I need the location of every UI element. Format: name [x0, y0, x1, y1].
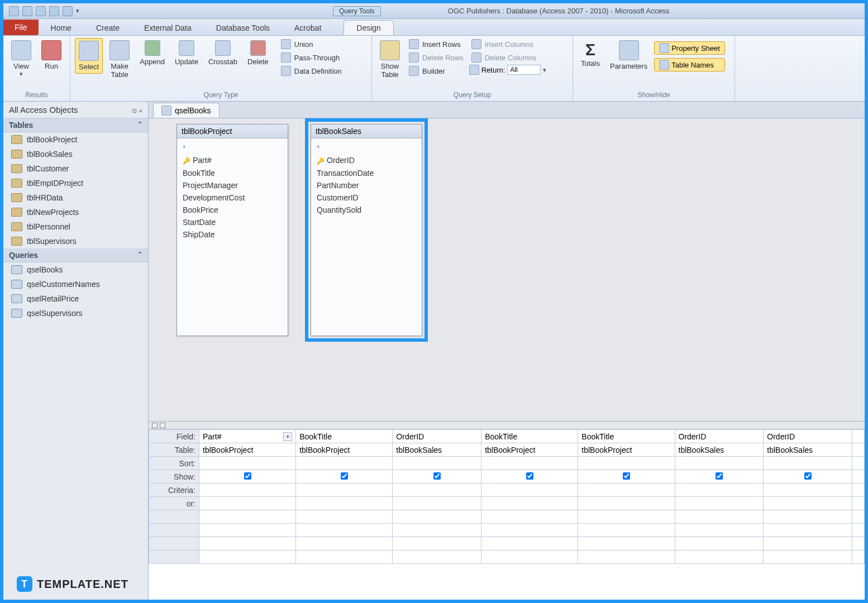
table-box-bookproject[interactable]: tblBookProject * Part# BookTitleProjectM… — [177, 124, 288, 336]
grid-cell[interactable] — [764, 497, 852, 510]
grid-cell[interactable] — [393, 470, 481, 484]
grid-cell[interactable] — [393, 484, 481, 497]
table-field[interactable]: StartDate — [183, 216, 282, 228]
grid-cell[interactable] — [764, 510, 852, 524]
grid-cell[interactable] — [296, 470, 393, 484]
table-field[interactable]: PartNumber — [317, 179, 416, 192]
table-field[interactable]: TransactionDate — [317, 167, 416, 179]
grid-cell[interactable]: Part#▾ — [199, 430, 296, 443]
table-field[interactable]: CustomerID — [317, 192, 416, 204]
grid-cell[interactable] — [578, 457, 675, 470]
nav-query-item[interactable]: qselCustomerNames — [3, 277, 148, 291]
delete-query-button[interactable]: Delete — [244, 38, 272, 68]
builder-button[interactable]: Builder — [407, 65, 466, 77]
grid-cell[interactable] — [199, 484, 296, 497]
grid-cell[interactable] — [481, 457, 578, 470]
grid-cell[interactable] — [393, 510, 481, 524]
grid-cell[interactable] — [675, 484, 764, 497]
table-field[interactable]: ShipDate — [183, 228, 282, 241]
table-names-toggle[interactable]: Table Names — [654, 58, 725, 71]
grid-cell[interactable] — [296, 484, 393, 497]
return-input[interactable] — [507, 65, 541, 75]
nav-filter-icon[interactable]: ⊙ — [132, 107, 137, 114]
nav-queries-header[interactable]: Queries⌃ — [3, 248, 148, 262]
grid-cell[interactable] — [764, 457, 852, 470]
tab-database-tools[interactable]: Database Tools — [204, 21, 282, 35]
nav-table-item[interactable]: tblBookSales — [3, 147, 148, 161]
run-button[interactable]: Run — [38, 38, 65, 73]
nav-table-item[interactable]: tblHRData — [3, 190, 148, 205]
insert-rows-button[interactable]: Insert Rows — [407, 38, 466, 50]
qat-redo-icon[interactable] — [36, 6, 46, 16]
grid-cell[interactable] — [481, 524, 578, 537]
grid-cell[interactable] — [578, 537, 675, 551]
nav-table-item[interactable]: tblNewProjects — [3, 205, 148, 219]
table-field[interactable]: ProjectManager — [183, 179, 282, 192]
show-checkbox[interactable] — [623, 472, 630, 480]
grid-cell[interactable] — [764, 470, 852, 484]
insert-columns-button[interactable]: Insert Columns — [469, 38, 547, 50]
grid-cell[interactable] — [578, 551, 675, 564]
totals-button[interactable]: ΣTotals — [578, 38, 603, 70]
grid-cell[interactable] — [199, 457, 296, 470]
grid-cell[interactable] — [578, 484, 675, 497]
crosstab-button[interactable]: Crosstab — [205, 38, 241, 68]
nav-header[interactable]: All Access Objects ⊙ « — [3, 102, 148, 118]
pk-field[interactable]: Part# — [183, 154, 282, 167]
grid-cell[interactable] — [481, 510, 578, 524]
show-checkbox[interactable] — [526, 472, 533, 480]
table-field[interactable]: QuantitySold — [317, 204, 416, 216]
grid-cell[interactable] — [578, 524, 675, 537]
qat-undo-icon[interactable] — [22, 6, 32, 16]
tab-acrobat[interactable]: Acrobat — [282, 21, 333, 35]
nav-collapse-icon[interactable]: « — [139, 107, 142, 114]
grid-cell[interactable] — [675, 470, 764, 484]
grid-cell[interactable] — [481, 484, 578, 497]
tab-home[interactable]: Home — [39, 21, 84, 35]
grid-cell[interactable]: OrderID — [675, 430, 764, 443]
grid-cell[interactable] — [199, 551, 296, 564]
grid-cell[interactable] — [296, 497, 393, 510]
union-button[interactable]: Union — [279, 38, 344, 50]
scroll-left-icon[interactable] — [152, 423, 158, 428]
select-query-button[interactable]: Select — [75, 38, 103, 74]
delete-columns-button[interactable]: Delete Columns — [469, 51, 547, 64]
grid-cell[interactable] — [393, 537, 481, 551]
view-button[interactable]: View▾ — [8, 38, 35, 80]
update-button[interactable]: Update — [171, 38, 202, 68]
grid-cell[interactable] — [199, 510, 296, 524]
tab-file[interactable]: File — [3, 20, 39, 35]
grid-cell[interactable]: OrderID — [764, 430, 852, 443]
delete-rows-button[interactable]: Delete Rows — [407, 51, 466, 64]
passthrough-button[interactable]: Pass-Through — [279, 51, 344, 64]
grid-cell[interactable]: tblBookProject — [199, 443, 296, 457]
nav-table-item[interactable]: tblCustomer — [3, 161, 148, 176]
doc-tab-qselbooks[interactable]: qselBooks — [153, 103, 220, 118]
make-table-button[interactable]: Make Table — [106, 38, 133, 81]
grid-cell[interactable]: tblBookProject — [578, 443, 675, 457]
qat-icon[interactable] — [63, 6, 73, 16]
nav-table-item[interactable]: tblPersonnel — [3, 219, 148, 234]
grid-cell[interactable] — [199, 524, 296, 537]
grid-cell[interactable] — [764, 524, 852, 537]
show-checkbox[interactable] — [433, 472, 441, 480]
grid-cell[interactable]: OrderID — [393, 430, 481, 443]
grid-cell[interactable] — [675, 457, 764, 470]
grid-cell[interactable]: BookTitle — [296, 430, 393, 443]
grid-cell[interactable] — [296, 551, 393, 564]
table-field[interactable]: BookTitle — [183, 167, 282, 179]
pk-field[interactable]: OrderID — [317, 154, 416, 167]
grid-cell[interactable] — [481, 497, 578, 510]
grid-cell[interactable] — [675, 524, 764, 537]
grid-cell[interactable] — [764, 551, 852, 564]
nav-query-item[interactable]: qselSupervisors — [3, 306, 148, 320]
grid-cell[interactable] — [675, 551, 764, 564]
tab-create[interactable]: Create — [84, 21, 132, 35]
grid-cell[interactable] — [675, 497, 764, 510]
grid-cell[interactable] — [764, 484, 852, 497]
qat-more-icon[interactable]: ▾ — [76, 7, 79, 15]
grid-cell[interactable]: tblBookProject — [481, 443, 578, 457]
grid-cell[interactable]: BookTitle — [578, 430, 675, 443]
nav-query-item[interactable]: qselBooks — [3, 262, 148, 277]
grid-cell[interactable] — [393, 551, 481, 564]
